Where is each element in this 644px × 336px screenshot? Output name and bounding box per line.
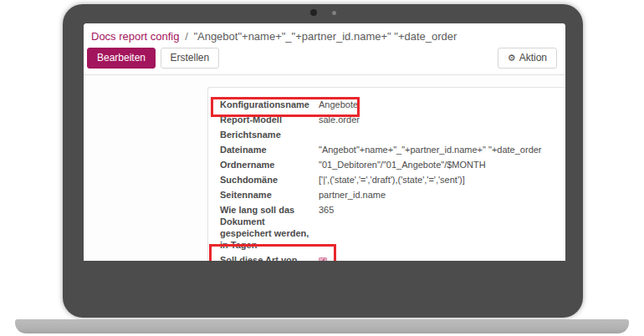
field-value[interactable]: partner_id.name bbox=[319, 189, 386, 201]
field-value[interactable]: "Angebot"+name+"_"+partner_id.name+" "+d… bbox=[319, 144, 542, 155]
edit-button[interactable]: Bearbeiten bbox=[87, 48, 156, 69]
action-button[interactable]: ⚙Aktion bbox=[498, 48, 557, 69]
field-value[interactable]: ['|',('state','=','draft'),('state','=',… bbox=[319, 174, 465, 186]
annotation-highlight-checkbox bbox=[209, 244, 336, 261]
laptop-base bbox=[15, 319, 629, 333]
field-label: Dateiname bbox=[220, 144, 314, 155]
form-rows: Konfigurationsname Angebote Report-Model… bbox=[220, 99, 565, 261]
breadcrumb-current: "Angebot"+name+"_"+partner_id.name+" "+d… bbox=[193, 30, 457, 43]
camera-icon bbox=[310, 9, 317, 16]
form-row: Ordnername "01_Debitoren"/"01_Angebote"/… bbox=[220, 159, 565, 171]
field-label: Berichtsname bbox=[220, 129, 314, 140]
breadcrumb-root[interactable]: Docs report config bbox=[91, 30, 180, 43]
form-row: Suchdomäne ['|',('state','=','draft'),('… bbox=[220, 174, 565, 186]
breadcrumb-separator: / bbox=[185, 30, 188, 43]
field-value[interactable]: "01_Debitoren"/"01_Angebote"/$MONTH bbox=[319, 159, 486, 171]
form-row: Berichtsname bbox=[220, 129, 565, 140]
gear-icon: ⚙ bbox=[508, 53, 516, 63]
field-label: Ordnername bbox=[220, 159, 314, 171]
laptop-bezel: Docs report config / "Angebot"+name+"_"+… bbox=[63, 4, 583, 318]
annotation-highlight-config-name bbox=[211, 97, 360, 117]
breadcrumb: Docs report config / "Angebot"+name+"_"+… bbox=[91, 30, 457, 43]
form-row: Dateiname "Angebot"+name+"_"+partner_id.… bbox=[220, 144, 565, 155]
form-row: Seitenname partner_id.name bbox=[220, 189, 565, 201]
field-label: Suchdomäne bbox=[220, 174, 314, 186]
power-led-icon bbox=[332, 11, 336, 15]
field-label: Seitenname bbox=[220, 189, 314, 201]
toolbar: Bearbeiten Erstellen ⚙Aktion bbox=[87, 48, 560, 69]
action-button-label: Aktion bbox=[519, 52, 547, 64]
control-panel: Docs report config / "Angebot"+name+"_"+… bbox=[84, 23, 565, 75]
create-button[interactable]: Erstellen bbox=[161, 48, 220, 69]
app-screen: Docs report config / "Angebot"+name+"_"+… bbox=[84, 23, 565, 261]
